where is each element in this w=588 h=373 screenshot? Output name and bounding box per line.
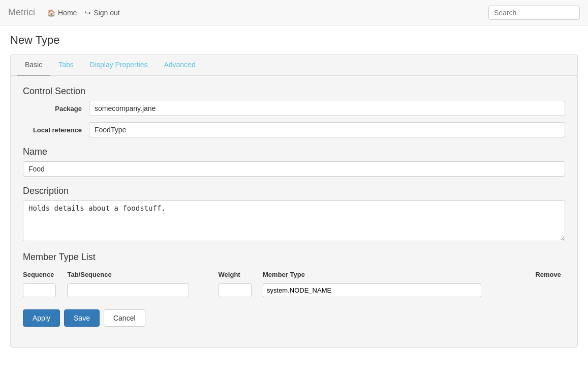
package-input[interactable] bbox=[89, 101, 565, 116]
tab-advanced[interactable]: Advanced bbox=[156, 54, 203, 76]
navbar: Metrici Home Sign out bbox=[0, 0, 588, 25]
name-input[interactable] bbox=[23, 161, 565, 177]
home-link[interactable]: Home bbox=[47, 9, 77, 17]
col-sequence: Sequence bbox=[23, 268, 67, 281]
member-type-input[interactable] bbox=[263, 283, 481, 297]
weight-input[interactable] bbox=[219, 283, 252, 297]
control-section: Control Section Package Local reference bbox=[23, 86, 565, 137]
button-row: Apply Save Cancel bbox=[23, 309, 565, 327]
local-ref-label: Local reference bbox=[23, 126, 89, 134]
page-title: New Type bbox=[10, 34, 578, 47]
cell-member-type bbox=[263, 281, 530, 299]
page-container: New Type Basic Tabs Display Properties A… bbox=[0, 25, 588, 356]
name-section: Name bbox=[23, 147, 565, 177]
description-textarea[interactable]: Holds details about a foodstuff. bbox=[23, 200, 565, 241]
home-icon bbox=[47, 9, 55, 17]
tabs-bar: Basic Tabs Display Properties Advanced bbox=[11, 54, 577, 76]
home-label: Home bbox=[58, 9, 77, 17]
col-weight: Weight bbox=[219, 268, 263, 281]
main-card: Basic Tabs Display Properties Advanced C… bbox=[10, 54, 578, 348]
description-section: Description Holds details about a foodst… bbox=[23, 186, 565, 243]
col-remove: Remove bbox=[530, 268, 565, 281]
tab-sequence-input[interactable] bbox=[67, 283, 189, 297]
table-row bbox=[23, 281, 565, 299]
nav-links: Home Sign out bbox=[47, 9, 488, 17]
brand-logo: Metrici bbox=[8, 7, 35, 18]
cell-remove bbox=[530, 281, 565, 299]
cancel-button[interactable]: Cancel bbox=[104, 309, 145, 327]
cell-tab-sequence bbox=[67, 281, 218, 299]
member-table-header: Sequence Tab/Sequence Weight Member Type… bbox=[23, 268, 565, 281]
cell-sequence bbox=[23, 281, 67, 299]
control-section-title: Control Section bbox=[23, 86, 565, 97]
tab-display-properties[interactable]: Display Properties bbox=[82, 54, 156, 76]
package-label: Package bbox=[23, 105, 89, 112]
tab-tabs[interactable]: Tabs bbox=[50, 54, 82, 76]
col-member-type: Member Type bbox=[263, 268, 530, 281]
member-table: Sequence Tab/Sequence Weight Member Type… bbox=[23, 268, 565, 299]
tab-basic[interactable]: Basic bbox=[17, 54, 50, 76]
signout-link[interactable]: Sign out bbox=[85, 9, 119, 17]
save-button[interactable]: Save bbox=[64, 309, 100, 327]
search-input[interactable] bbox=[488, 6, 580, 20]
signout-label: Sign out bbox=[94, 9, 119, 17]
sequence-input[interactable] bbox=[23, 283, 56, 297]
apply-button[interactable]: Apply bbox=[23, 309, 60, 327]
name-section-title: Name bbox=[23, 147, 565, 157]
form-content: Control Section Package Local reference … bbox=[11, 76, 577, 337]
package-group: Package bbox=[23, 101, 565, 116]
member-type-title: Member Type List bbox=[23, 252, 565, 263]
local-ref-input[interactable] bbox=[89, 122, 565, 137]
search-container bbox=[488, 6, 580, 20]
signout-icon bbox=[85, 9, 91, 17]
cell-weight bbox=[219, 281, 263, 299]
col-tab-sequence: Tab/Sequence bbox=[67, 268, 218, 281]
member-type-section: Member Type List Sequence Tab/Sequence W… bbox=[23, 252, 565, 299]
description-section-title: Description bbox=[23, 186, 565, 196]
local-ref-group: Local reference bbox=[23, 122, 565, 137]
